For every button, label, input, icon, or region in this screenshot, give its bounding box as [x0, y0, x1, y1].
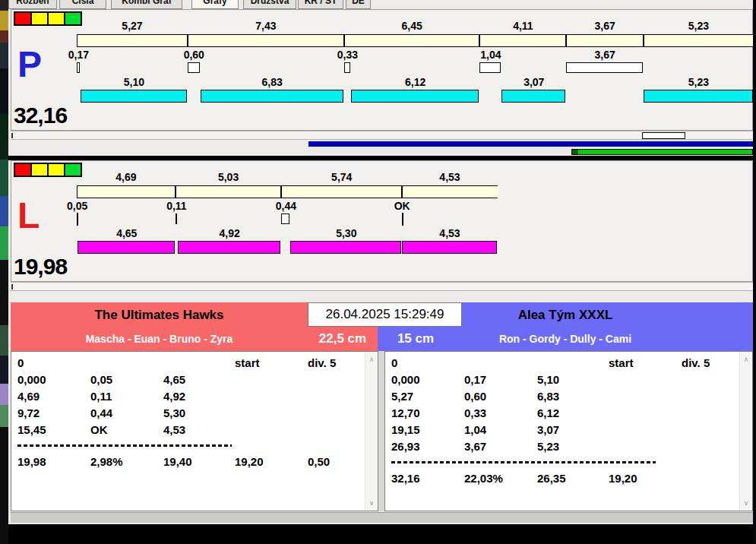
cumulative-segment [644, 35, 754, 46]
gap-tick [77, 213, 78, 226]
team-name-left: The Ultimates Hawks [11, 303, 308, 327]
footer-bar [0, 524, 756, 544]
cumulative-segment [188, 35, 345, 46]
table-cell: 0,000 [17, 373, 46, 386]
table-header-cell: 0 [391, 356, 397, 369]
tab-rozběh[interactable]: Rozběh [8, 0, 57, 9]
gap-value-label: 3,67 [578, 49, 631, 61]
gap-value-label: 0,44 [259, 200, 312, 212]
desktop-edge-right [753, 0, 756, 544]
table-header-cell: start [235, 356, 260, 369]
table-total-cell: 19,40 [163, 455, 192, 468]
table-cell: 0,11 [90, 390, 112, 403]
panel-l: 4,690,054,655,030,114,925,740,445,304,53… [11, 160, 753, 282]
table-header-cell: 0 [17, 356, 24, 369]
gap-value-label: 0,33 [321, 49, 374, 61]
vertical-scrollbar[interactable]: ∧ ∨ [739, 352, 752, 511]
table-total-cell: 26,35 [537, 472, 566, 485]
table-total-cell: 19,20 [235, 455, 264, 468]
segment-value-label: 4,53 [402, 171, 497, 183]
cumulative-segment [345, 35, 481, 46]
segment-value-label: 4,11 [479, 20, 566, 32]
cumulative-segment [567, 35, 644, 46]
table-total-cell: 19,20 [609, 472, 637, 485]
net-value-label: 4,65 [77, 227, 176, 239]
tab-de[interactable]: DE [346, 0, 371, 9]
table-cell: 4,69 [17, 390, 40, 403]
net-bar [290, 241, 401, 254]
cumulative-segment [480, 35, 567, 46]
table-cell: 19,15 [391, 423, 420, 436]
net-bar [501, 90, 565, 103]
net-value-label: 6,12 [351, 76, 480, 88]
cumulative-segment [176, 186, 282, 198]
segment-value-label: 6,45 [344, 20, 480, 32]
table-cell: 0,17 [464, 373, 486, 386]
cumulative-segment [77, 35, 188, 46]
table-cell: 1,04 [464, 423, 486, 436]
gap-value-label: 0,17 [52, 49, 105, 61]
net-bar [81, 90, 187, 103]
gap-box [566, 62, 643, 73]
net-bar [178, 241, 280, 254]
net-bar [402, 241, 496, 254]
tab-čísla[interactable]: Čísla [59, 0, 106, 9]
panel-l-total: 19,98 [14, 254, 67, 280]
segment-value-label: 4,69 [77, 171, 176, 183]
net-bar [644, 90, 753, 103]
gap-value-label: 0,05 [51, 200, 104, 212]
table-cell: 0,60 [464, 390, 486, 403]
cumulative-bar [77, 34, 754, 47]
table-cell: 4,53 [163, 423, 185, 436]
table-gap [378, 351, 384, 511]
table-cell: 0,33 [464, 406, 486, 419]
net-bar [351, 90, 479, 103]
gap-box [77, 62, 80, 73]
table-cell: 15,45 [17, 423, 46, 436]
table-cell: OK [90, 423, 108, 436]
cumulative-bar [77, 185, 498, 198]
net-value-label: 4,92 [178, 227, 281, 239]
gap-box [188, 62, 200, 73]
gap-value-label: 1,04 [464, 49, 517, 61]
gap-tick [402, 213, 403, 226]
gap-box [479, 62, 501, 73]
desktop-edge-strip [0, 0, 8, 544]
panel-p-letter: P [17, 45, 42, 84]
table-total-cell: 2,98% [90, 455, 123, 468]
table-cell: 0,05 [90, 373, 112, 386]
tab-kr-st[interactable]: KR / ST [298, 0, 343, 9]
team-players-left: Mascha - Euan - Bruno - Zyra [11, 327, 308, 351]
segment-value-label: 5,27 [77, 20, 188, 32]
tab-družstva[interactable]: Družstva [243, 0, 296, 9]
blue-progress-bar [308, 141, 753, 147]
table-cell: 12,70 [391, 406, 420, 419]
table-header-cell: start [609, 356, 634, 369]
table-cell: 9,72 [17, 406, 40, 419]
net-value-label: 5,30 [290, 227, 402, 239]
panel-l-chart: 4,690,054,655,030,114,925,740,445,304,53… [11, 161, 754, 283]
segment-value-label: 3,67 [566, 20, 644, 32]
scroll-down-icon[interactable]: ∨ [740, 497, 752, 509]
vertical-scrollbar[interactable]: ∧ ∨ [365, 352, 378, 511]
gap-value-label: 0,11 [150, 200, 203, 212]
table-total-cell: 22,03% [464, 472, 503, 485]
scroll-down-icon[interactable]: ∨ [365, 497, 378, 509]
net-value-label: 5,10 [81, 76, 188, 88]
bottom-scroll-strip[interactable] [11, 512, 753, 523]
tab-kombi-graf[interactable]: Kombi Graf [111, 0, 182, 9]
score-table-right: ∧ ∨ 0startdiv. 50,0000,175,105,270,606,8… [384, 351, 753, 511]
scroll-up-icon[interactable]: ∧ [740, 353, 752, 365]
table-cell: 6,83 [537, 390, 559, 403]
table-total-cell: 32,16 [391, 472, 420, 485]
scroll-up-icon[interactable]: ∧ [365, 353, 378, 365]
tab-grafy[interactable]: Grafy [191, 0, 239, 9]
panel-p-total: 32,16 [14, 103, 67, 128]
strip-tick [11, 284, 13, 289]
segment-value-label: 5,03 [176, 171, 281, 183]
table-cell: 0,44 [90, 406, 112, 419]
net-value-label: 4,53 [402, 227, 497, 239]
table-cell: 5,27 [391, 390, 413, 403]
table-total-cell: 19,98 [17, 455, 46, 468]
strip-tick [11, 133, 13, 138]
